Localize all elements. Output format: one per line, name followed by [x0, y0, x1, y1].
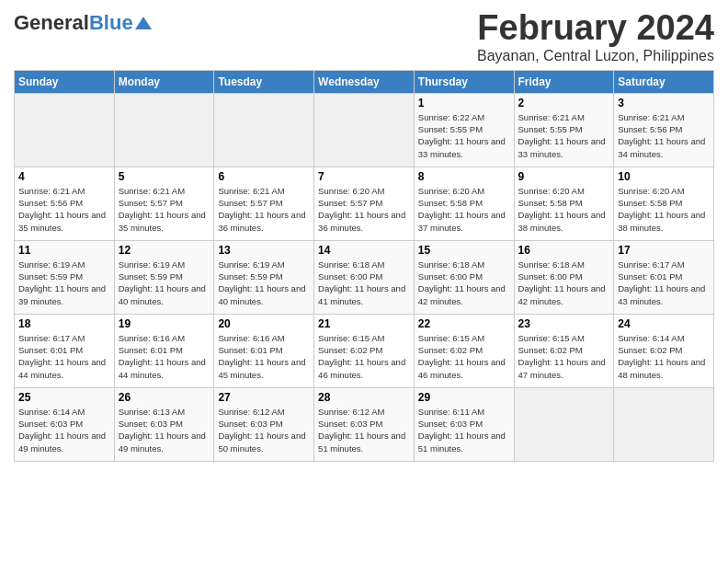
day-number: 25 — [18, 391, 110, 404]
logo-icon — [135, 17, 152, 29]
title-section: February 2024 Bayanan, Central Luzon, Ph… — [477, 9, 714, 64]
day-number: 15 — [418, 244, 510, 257]
table-row — [214, 93, 314, 167]
table-row — [514, 387, 614, 461]
logo-blue: Blue — [89, 11, 133, 34]
day-number: 9 — [518, 170, 610, 183]
table-row: 2Sunrise: 6:21 AM Sunset: 5:55 PM Daylig… — [514, 93, 614, 167]
day-info: Sunrise: 6:20 AM Sunset: 5:58 PM Dayligh… — [618, 185, 710, 234]
table-row: 10Sunrise: 6:20 AM Sunset: 5:58 PM Dayli… — [614, 167, 714, 240]
table-row: 28Sunrise: 6:12 AM Sunset: 6:03 PM Dayli… — [314, 387, 415, 461]
day-info: Sunrise: 6:12 AM Sunset: 6:03 PM Dayligh… — [218, 406, 310, 454]
table-row: 18Sunrise: 6:17 AM Sunset: 6:01 PM Dayli… — [15, 314, 115, 387]
day-number: 27 — [218, 391, 310, 404]
table-row: 20Sunrise: 6:16 AM Sunset: 6:01 PM Dayli… — [214, 314, 314, 387]
day-number: 12 — [119, 244, 210, 257]
day-number: 13 — [218, 244, 310, 257]
day-info: Sunrise: 6:20 AM Sunset: 5:58 PM Dayligh… — [418, 185, 510, 234]
day-number: 4 — [18, 170, 110, 183]
day-number: 5 — [119, 170, 210, 183]
day-info: Sunrise: 6:21 AM Sunset: 5:57 PM Dayligh… — [119, 185, 210, 234]
week-row-2: 11Sunrise: 6:19 AM Sunset: 5:59 PM Dayli… — [15, 240, 714, 314]
table-row — [614, 387, 714, 461]
table-row: 19Sunrise: 6:16 AM Sunset: 6:01 PM Dayli… — [114, 314, 214, 387]
table-row: 7Sunrise: 6:20 AM Sunset: 5:57 PM Daylig… — [314, 167, 415, 240]
calendar-header-row: Sunday Monday Tuesday Wednesday Thursday… — [15, 70, 714, 93]
table-row: 25Sunrise: 6:14 AM Sunset: 6:03 PM Dayli… — [15, 387, 115, 461]
table-row: 17Sunrise: 6:17 AM Sunset: 6:01 PM Dayli… — [614, 240, 714, 314]
logo-text: GeneralBlue — [14, 13, 133, 33]
day-info: Sunrise: 6:16 AM Sunset: 6:01 PM Dayligh… — [119, 332, 210, 381]
day-info: Sunrise: 6:19 AM Sunset: 5:59 PM Dayligh… — [18, 259, 110, 307]
week-row-0: 1Sunrise: 6:22 AM Sunset: 5:55 PM Daylig… — [15, 93, 714, 167]
day-number: 17 — [618, 244, 710, 257]
day-info: Sunrise: 6:21 AM Sunset: 5:55 PM Dayligh… — [518, 111, 610, 160]
table-row — [15, 93, 115, 167]
day-number: 10 — [618, 170, 710, 183]
table-row — [314, 93, 415, 167]
day-info: Sunrise: 6:22 AM Sunset: 5:55 PM Dayligh… — [418, 111, 510, 160]
day-number: 18 — [18, 317, 110, 330]
table-row: 16Sunrise: 6:18 AM Sunset: 6:00 PM Dayli… — [514, 240, 614, 314]
day-info: Sunrise: 6:15 AM Sunset: 6:02 PM Dayligh… — [518, 332, 610, 381]
header-saturday: Saturday — [614, 70, 714, 93]
day-number: 11 — [18, 244, 110, 257]
day-info: Sunrise: 6:19 AM Sunset: 5:59 PM Dayligh… — [119, 259, 210, 307]
logo: GeneralBlue — [14, 13, 152, 33]
table-row: 6Sunrise: 6:21 AM Sunset: 5:57 PM Daylig… — [214, 167, 314, 240]
day-number: 14 — [318, 244, 410, 257]
table-row: 4Sunrise: 6:21 AM Sunset: 5:56 PM Daylig… — [15, 167, 115, 240]
day-info: Sunrise: 6:12 AM Sunset: 6:03 PM Dayligh… — [318, 406, 410, 454]
week-row-3: 18Sunrise: 6:17 AM Sunset: 6:01 PM Dayli… — [15, 314, 714, 387]
header-friday: Friday — [514, 70, 614, 93]
day-info: Sunrise: 6:14 AM Sunset: 6:02 PM Dayligh… — [618, 332, 710, 381]
day-number: 3 — [618, 97, 710, 109]
day-number: 6 — [218, 170, 310, 183]
day-number: 20 — [218, 317, 310, 330]
week-row-1: 4Sunrise: 6:21 AM Sunset: 5:56 PM Daylig… — [15, 167, 714, 240]
day-info: Sunrise: 6:13 AM Sunset: 6:03 PM Dayligh… — [119, 406, 210, 454]
logo-general: General — [14, 11, 89, 34]
day-info: Sunrise: 6:17 AM Sunset: 6:01 PM Dayligh… — [618, 259, 710, 307]
day-number: 21 — [318, 317, 410, 330]
table-row — [114, 93, 214, 167]
day-number: 29 — [418, 391, 510, 404]
day-info: Sunrise: 6:17 AM Sunset: 6:01 PM Dayligh… — [18, 332, 110, 381]
day-info: Sunrise: 6:20 AM Sunset: 5:58 PM Dayligh… — [518, 185, 610, 234]
day-number: 1 — [418, 97, 510, 109]
day-info: Sunrise: 6:11 AM Sunset: 6:03 PM Dayligh… — [418, 406, 510, 454]
day-info: Sunrise: 6:16 AM Sunset: 6:01 PM Dayligh… — [218, 332, 310, 381]
table-row: 22Sunrise: 6:15 AM Sunset: 6:02 PM Dayli… — [414, 314, 514, 387]
table-row: 1Sunrise: 6:22 AM Sunset: 5:55 PM Daylig… — [414, 93, 514, 167]
table-row: 9Sunrise: 6:20 AM Sunset: 5:58 PM Daylig… — [514, 167, 614, 240]
day-number: 26 — [119, 391, 210, 404]
day-info: Sunrise: 6:21 AM Sunset: 5:57 PM Dayligh… — [218, 185, 310, 234]
table-row: 27Sunrise: 6:12 AM Sunset: 6:03 PM Dayli… — [214, 387, 314, 461]
table-row: 12Sunrise: 6:19 AM Sunset: 5:59 PM Dayli… — [114, 240, 214, 314]
calendar-table: Sunday Monday Tuesday Wednesday Thursday… — [14, 70, 714, 462]
table-row: 3Sunrise: 6:21 AM Sunset: 5:56 PM Daylig… — [614, 93, 714, 167]
day-number: 19 — [119, 317, 210, 330]
day-info: Sunrise: 6:20 AM Sunset: 5:57 PM Dayligh… — [318, 185, 410, 234]
day-number: 28 — [318, 391, 410, 404]
svg-marker-0 — [135, 17, 152, 29]
table-row: 29Sunrise: 6:11 AM Sunset: 6:03 PM Dayli… — [414, 387, 514, 461]
day-number: 24 — [618, 317, 710, 330]
table-row: 14Sunrise: 6:18 AM Sunset: 6:00 PM Dayli… — [314, 240, 415, 314]
day-info: Sunrise: 6:18 AM Sunset: 6:00 PM Dayligh… — [318, 259, 410, 307]
day-info: Sunrise: 6:19 AM Sunset: 5:59 PM Dayligh… — [218, 259, 310, 307]
day-info: Sunrise: 6:18 AM Sunset: 6:00 PM Dayligh… — [418, 259, 510, 307]
day-number: 22 — [418, 317, 510, 330]
month-title: February 2024 — [477, 9, 714, 48]
header-wednesday: Wednesday — [314, 70, 415, 93]
table-row: 11Sunrise: 6:19 AM Sunset: 5:59 PM Dayli… — [15, 240, 115, 314]
header-tuesday: Tuesday — [214, 70, 314, 93]
day-info: Sunrise: 6:14 AM Sunset: 6:03 PM Dayligh… — [18, 406, 110, 454]
table-row: 8Sunrise: 6:20 AM Sunset: 5:58 PM Daylig… — [414, 167, 514, 240]
header-sunday: Sunday — [15, 70, 115, 93]
day-number: 2 — [518, 97, 610, 109]
day-info: Sunrise: 6:15 AM Sunset: 6:02 PM Dayligh… — [418, 332, 510, 381]
table-row: 5Sunrise: 6:21 AM Sunset: 5:57 PM Daylig… — [114, 167, 214, 240]
header: GeneralBlue February 2024 Bayanan, Centr… — [14, 9, 714, 64]
table-row: 23Sunrise: 6:15 AM Sunset: 6:02 PM Dayli… — [514, 314, 614, 387]
